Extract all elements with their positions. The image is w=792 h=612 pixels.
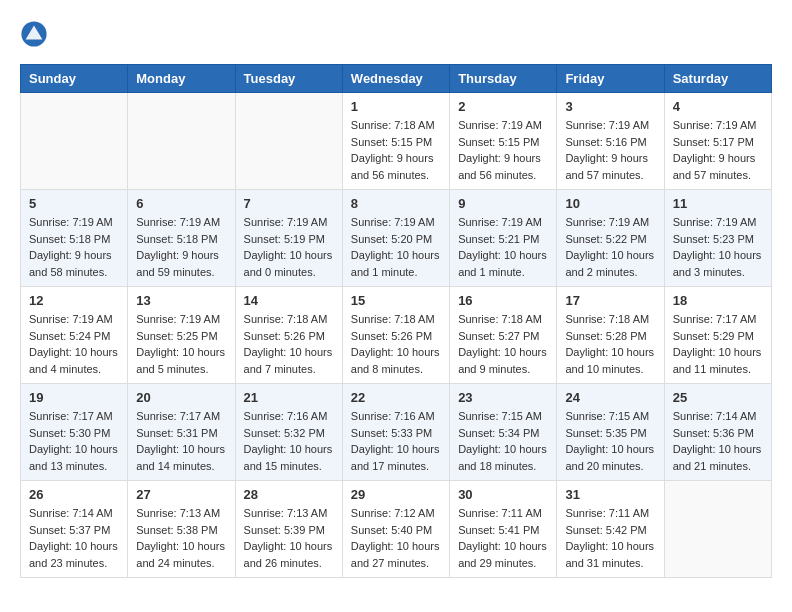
day-number: 17 [565,293,655,308]
week-row-5: 26Sunrise: 7:14 AMSunset: 5:37 PMDayligh… [21,481,772,578]
day-cell-3: 3Sunrise: 7:19 AMSunset: 5:16 PMDaylight… [557,93,664,190]
week-row-4: 19Sunrise: 7:17 AMSunset: 5:30 PMDayligh… [21,384,772,481]
day-cell-14: 14Sunrise: 7:18 AMSunset: 5:26 PMDayligh… [235,287,342,384]
weekday-header-friday: Friday [557,65,664,93]
day-cell-16: 16Sunrise: 7:18 AMSunset: 5:27 PMDayligh… [450,287,557,384]
day-cell-5: 5Sunrise: 7:19 AMSunset: 5:18 PMDaylight… [21,190,128,287]
day-info: Sunrise: 7:18 AMSunset: 5:27 PMDaylight:… [458,311,548,377]
day-number: 2 [458,99,548,114]
day-cell-20: 20Sunrise: 7:17 AMSunset: 5:31 PMDayligh… [128,384,235,481]
day-info: Sunrise: 7:12 AMSunset: 5:40 PMDaylight:… [351,505,441,571]
day-number: 15 [351,293,441,308]
day-cell-7: 7Sunrise: 7:19 AMSunset: 5:19 PMDaylight… [235,190,342,287]
empty-cell [21,93,128,190]
logo [20,20,52,48]
day-number: 20 [136,390,226,405]
day-number: 21 [244,390,334,405]
day-cell-25: 25Sunrise: 7:14 AMSunset: 5:36 PMDayligh… [664,384,771,481]
day-number: 23 [458,390,548,405]
day-number: 13 [136,293,226,308]
weekday-header-wednesday: Wednesday [342,65,449,93]
day-number: 9 [458,196,548,211]
page-header [20,20,772,48]
day-info: Sunrise: 7:19 AMSunset: 5:25 PMDaylight:… [136,311,226,377]
week-row-2: 5Sunrise: 7:19 AMSunset: 5:18 PMDaylight… [21,190,772,287]
day-cell-19: 19Sunrise: 7:17 AMSunset: 5:30 PMDayligh… [21,384,128,481]
weekday-header-thursday: Thursday [450,65,557,93]
day-cell-26: 26Sunrise: 7:14 AMSunset: 5:37 PMDayligh… [21,481,128,578]
day-number: 1 [351,99,441,114]
day-info: Sunrise: 7:11 AMSunset: 5:42 PMDaylight:… [565,505,655,571]
day-info: Sunrise: 7:16 AMSunset: 5:33 PMDaylight:… [351,408,441,474]
day-cell-22: 22Sunrise: 7:16 AMSunset: 5:33 PMDayligh… [342,384,449,481]
day-number: 4 [673,99,763,114]
day-info: Sunrise: 7:19 AMSunset: 5:21 PMDaylight:… [458,214,548,280]
day-info: Sunrise: 7:19 AMSunset: 5:23 PMDaylight:… [673,214,763,280]
day-number: 18 [673,293,763,308]
day-cell-6: 6Sunrise: 7:19 AMSunset: 5:18 PMDaylight… [128,190,235,287]
day-cell-11: 11Sunrise: 7:19 AMSunset: 5:23 PMDayligh… [664,190,771,287]
day-number: 6 [136,196,226,211]
day-cell-28: 28Sunrise: 7:13 AMSunset: 5:39 PMDayligh… [235,481,342,578]
week-row-1: 1Sunrise: 7:18 AMSunset: 5:15 PMDaylight… [21,93,772,190]
day-cell-2: 2Sunrise: 7:19 AMSunset: 5:15 PMDaylight… [450,93,557,190]
day-number: 8 [351,196,441,211]
day-info: Sunrise: 7:18 AMSunset: 5:28 PMDaylight:… [565,311,655,377]
day-cell-15: 15Sunrise: 7:18 AMSunset: 5:26 PMDayligh… [342,287,449,384]
day-number: 7 [244,196,334,211]
day-number: 19 [29,390,119,405]
day-info: Sunrise: 7:19 AMSunset: 5:15 PMDaylight:… [458,117,548,183]
day-info: Sunrise: 7:13 AMSunset: 5:39 PMDaylight:… [244,505,334,571]
day-info: Sunrise: 7:17 AMSunset: 5:30 PMDaylight:… [29,408,119,474]
day-number: 24 [565,390,655,405]
day-cell-30: 30Sunrise: 7:11 AMSunset: 5:41 PMDayligh… [450,481,557,578]
day-cell-17: 17Sunrise: 7:18 AMSunset: 5:28 PMDayligh… [557,287,664,384]
day-info: Sunrise: 7:14 AMSunset: 5:36 PMDaylight:… [673,408,763,474]
weekday-header-row: SundayMondayTuesdayWednesdayThursdayFrid… [21,65,772,93]
day-number: 11 [673,196,763,211]
day-cell-31: 31Sunrise: 7:11 AMSunset: 5:42 PMDayligh… [557,481,664,578]
day-number: 14 [244,293,334,308]
empty-cell [235,93,342,190]
empty-cell [128,93,235,190]
day-number: 27 [136,487,226,502]
day-cell-21: 21Sunrise: 7:16 AMSunset: 5:32 PMDayligh… [235,384,342,481]
calendar-table: SundayMondayTuesdayWednesdayThursdayFrid… [20,64,772,578]
day-cell-12: 12Sunrise: 7:19 AMSunset: 5:24 PMDayligh… [21,287,128,384]
week-row-3: 12Sunrise: 7:19 AMSunset: 5:24 PMDayligh… [21,287,772,384]
day-number: 26 [29,487,119,502]
day-info: Sunrise: 7:19 AMSunset: 5:20 PMDaylight:… [351,214,441,280]
day-cell-27: 27Sunrise: 7:13 AMSunset: 5:38 PMDayligh… [128,481,235,578]
day-info: Sunrise: 7:18 AMSunset: 5:26 PMDaylight:… [244,311,334,377]
day-number: 12 [29,293,119,308]
empty-cell [664,481,771,578]
day-info: Sunrise: 7:19 AMSunset: 5:18 PMDaylight:… [136,214,226,280]
day-info: Sunrise: 7:17 AMSunset: 5:29 PMDaylight:… [673,311,763,377]
day-cell-4: 4Sunrise: 7:19 AMSunset: 5:17 PMDaylight… [664,93,771,190]
day-cell-29: 29Sunrise: 7:12 AMSunset: 5:40 PMDayligh… [342,481,449,578]
day-info: Sunrise: 7:19 AMSunset: 5:17 PMDaylight:… [673,117,763,183]
day-info: Sunrise: 7:19 AMSunset: 5:24 PMDaylight:… [29,311,119,377]
day-info: Sunrise: 7:16 AMSunset: 5:32 PMDaylight:… [244,408,334,474]
day-info: Sunrise: 7:18 AMSunset: 5:26 PMDaylight:… [351,311,441,377]
logo-icon [20,20,48,48]
day-info: Sunrise: 7:18 AMSunset: 5:15 PMDaylight:… [351,117,441,183]
day-cell-8: 8Sunrise: 7:19 AMSunset: 5:20 PMDaylight… [342,190,449,287]
day-info: Sunrise: 7:11 AMSunset: 5:41 PMDaylight:… [458,505,548,571]
day-info: Sunrise: 7:17 AMSunset: 5:31 PMDaylight:… [136,408,226,474]
day-info: Sunrise: 7:19 AMSunset: 5:16 PMDaylight:… [565,117,655,183]
day-info: Sunrise: 7:15 AMSunset: 5:34 PMDaylight:… [458,408,548,474]
day-cell-10: 10Sunrise: 7:19 AMSunset: 5:22 PMDayligh… [557,190,664,287]
day-number: 5 [29,196,119,211]
day-cell-1: 1Sunrise: 7:18 AMSunset: 5:15 PMDaylight… [342,93,449,190]
day-info: Sunrise: 7:19 AMSunset: 5:22 PMDaylight:… [565,214,655,280]
day-number: 29 [351,487,441,502]
day-info: Sunrise: 7:15 AMSunset: 5:35 PMDaylight:… [565,408,655,474]
day-number: 16 [458,293,548,308]
day-info: Sunrise: 7:19 AMSunset: 5:19 PMDaylight:… [244,214,334,280]
day-cell-13: 13Sunrise: 7:19 AMSunset: 5:25 PMDayligh… [128,287,235,384]
day-number: 10 [565,196,655,211]
day-cell-23: 23Sunrise: 7:15 AMSunset: 5:34 PMDayligh… [450,384,557,481]
day-number: 25 [673,390,763,405]
weekday-header-monday: Monday [128,65,235,93]
